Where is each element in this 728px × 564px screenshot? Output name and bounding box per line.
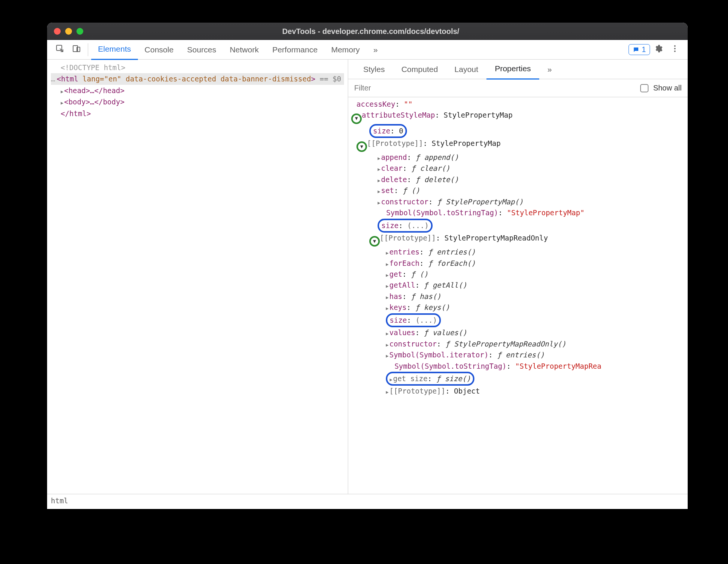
titlebar: DevTools - developer.chrome.com/docs/dev… bbox=[47, 23, 688, 40]
window-title: DevTools - developer.chrome.com/docs/dev… bbox=[61, 27, 681, 36]
prop-val[interactable]: (...) bbox=[407, 221, 429, 230]
device-toolbar-icon[interactable] bbox=[68, 42, 85, 57]
expand-icon[interactable] bbox=[378, 174, 380, 185]
main-toolbar: Elements Console Sources Network Perform… bbox=[47, 40, 688, 60]
close-icon[interactable] bbox=[54, 28, 61, 35]
prop-key: values bbox=[389, 328, 415, 337]
expand-circle-icon[interactable] bbox=[356, 141, 367, 152]
expand-icon[interactable] bbox=[386, 302, 388, 313]
tab-performance[interactable]: Performance bbox=[266, 40, 324, 60]
expand-icon[interactable] bbox=[386, 339, 388, 349]
expand-icon[interactable] bbox=[390, 373, 392, 384]
subtab-computed[interactable]: Computed bbox=[393, 60, 446, 79]
prop-val[interactable]: (...) bbox=[416, 316, 437, 324]
expand-icon[interactable] bbox=[386, 280, 388, 291]
prop-val: 0 bbox=[399, 127, 403, 135]
prop-key: set bbox=[381, 186, 394, 195]
highlight-getsize: get size: ƒ size() bbox=[386, 372, 474, 386]
prop-key: attributeStyleMap bbox=[362, 111, 435, 119]
prop-key: Symbol(Symbol.iterator) bbox=[389, 351, 488, 359]
issues-badge[interactable]: 1 bbox=[629, 44, 650, 55]
prop-key: delete bbox=[381, 175, 407, 184]
prop-val: Object bbox=[454, 387, 480, 395]
show-all-label: Show all bbox=[653, 84, 682, 92]
prop-val: "StylePropertyMap" bbox=[507, 208, 584, 217]
tab-memory[interactable]: Memory bbox=[324, 40, 367, 60]
expand-icon[interactable] bbox=[386, 269, 388, 280]
separator bbox=[88, 43, 88, 56]
filter-input[interactable] bbox=[354, 84, 636, 92]
tab-network[interactable]: Network bbox=[223, 40, 266, 60]
crumb-html[interactable]: html bbox=[51, 497, 68, 505]
prop-key: constructor bbox=[389, 340, 437, 348]
expand-circle-icon[interactable] bbox=[351, 113, 362, 124]
devtools-window: DevTools - developer.chrome.com/docs/dev… bbox=[47, 23, 688, 509]
head-tag[interactable]: <head>…</head> bbox=[64, 86, 124, 95]
highlight-size: size: (...) bbox=[386, 313, 441, 327]
prop-val: ƒ delete() bbox=[416, 175, 459, 184]
prop-val: ƒ append() bbox=[416, 153, 459, 161]
prop-val: StylePropertyMap bbox=[444, 111, 512, 119]
tab-more[interactable]: » bbox=[367, 40, 385, 60]
prop-key: accessKey bbox=[356, 100, 395, 108]
prop-key: [[Prototype]] bbox=[389, 387, 445, 395]
html-close-tag: </html> bbox=[61, 109, 91, 118]
prop-key: keys bbox=[389, 303, 407, 311]
prop-val: ƒ entries() bbox=[497, 351, 544, 359]
prop-val: ƒ forEach() bbox=[428, 259, 476, 267]
prop-val: ƒ values() bbox=[424, 328, 467, 337]
svg-point-3 bbox=[674, 45, 676, 47]
tab-console[interactable]: Console bbox=[138, 40, 180, 60]
prop-val: "StylePropertyMapRea bbox=[515, 362, 601, 370]
issues-count: 1 bbox=[642, 45, 646, 54]
prop-val: ƒ () bbox=[411, 270, 428, 278]
subtab-properties[interactable]: Properties bbox=[486, 59, 539, 80]
prop-key: constructor bbox=[381, 198, 428, 206]
expand-icon[interactable] bbox=[386, 386, 388, 397]
selected-element[interactable]: …<html lang="en" data-cookies-accepted d… bbox=[51, 73, 344, 84]
doctype: <!DOCTYPE html> bbox=[61, 63, 125, 72]
html-tag-open: <html bbox=[57, 75, 83, 83]
expand-circle-icon[interactable] bbox=[369, 236, 380, 247]
kebab-icon[interactable] bbox=[667, 42, 683, 57]
expand-icon[interactable] bbox=[61, 96, 63, 107]
expand-icon[interactable] bbox=[386, 247, 388, 257]
expand-icon[interactable] bbox=[378, 196, 380, 207]
body-tag[interactable]: <body>…</body> bbox=[64, 98, 124, 106]
elements-panel: <!DOCTYPE html> …<html lang="en" data-co… bbox=[47, 60, 348, 494]
expand-icon[interactable] bbox=[386, 291, 388, 302]
dom-tree[interactable]: <!DOCTYPE html> …<html lang="en" data-co… bbox=[47, 60, 348, 121]
expand-icon[interactable] bbox=[378, 163, 380, 174]
prop-key: has bbox=[389, 292, 402, 300]
expand-icon[interactable] bbox=[61, 85, 63, 96]
prop-val: "" bbox=[404, 100, 413, 108]
prop-val: ƒ has() bbox=[411, 292, 441, 300]
main-split: <!DOCTYPE html> …<html lang="en" data-co… bbox=[47, 60, 688, 494]
properties-tree[interactable]: accessKey: "" attributeStyleMap: StylePr… bbox=[348, 97, 688, 494]
subtab-layout[interactable]: Layout bbox=[446, 60, 486, 79]
tab-elements[interactable]: Elements bbox=[91, 39, 138, 60]
prop-key: entries bbox=[389, 248, 419, 256]
breadcrumb[interactable]: html bbox=[47, 494, 688, 509]
expand-icon[interactable] bbox=[378, 185, 380, 196]
sidebar-panel: Styles Computed Layout Properties » Show… bbox=[348, 60, 688, 494]
subtab-styles[interactable]: Styles bbox=[355, 60, 393, 79]
prop-key: clear bbox=[381, 164, 402, 172]
prop-key: size bbox=[390, 316, 407, 324]
prop-key: get size bbox=[393, 374, 428, 383]
expand-icon[interactable] bbox=[386, 327, 388, 338]
prop-val: ƒ size() bbox=[436, 374, 471, 383]
tab-sources[interactable]: Sources bbox=[180, 40, 223, 60]
subtab-more[interactable]: » bbox=[539, 60, 560, 79]
prop-val: ƒ StylePropertyMap() bbox=[437, 198, 523, 206]
inspect-icon[interactable] bbox=[52, 42, 68, 57]
prop-val: ƒ StylePropertyMapReadOnly() bbox=[445, 340, 566, 348]
expand-icon[interactable] bbox=[386, 258, 388, 269]
prop-key: [[Prototype]] bbox=[367, 139, 423, 147]
expand-icon[interactable] bbox=[386, 349, 388, 360]
expand-icon[interactable] bbox=[378, 152, 380, 163]
show-all-checkbox[interactable] bbox=[640, 84, 648, 92]
highlight-size: size: 0 bbox=[369, 124, 407, 138]
prop-val: ƒ getAll() bbox=[424, 281, 467, 289]
settings-icon[interactable] bbox=[650, 42, 667, 57]
